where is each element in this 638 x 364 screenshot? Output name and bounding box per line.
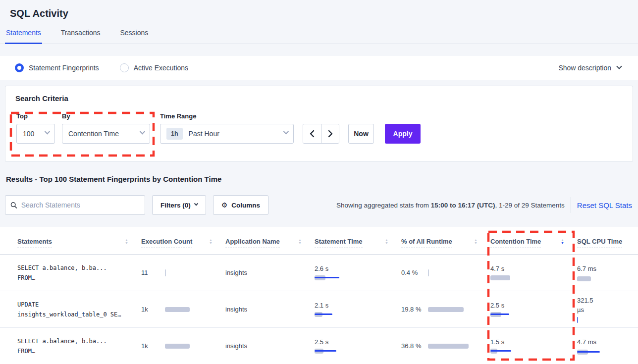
sql-cpu-time-cell: 4.7 ms (572, 337, 638, 355)
top-select[interactable]: 100 (16, 124, 55, 144)
chevron-down-icon (194, 202, 198, 206)
by-select[interactable]: Contention Time (62, 124, 150, 144)
runtime-percent-value: 19.8 % (401, 305, 424, 314)
application-name-value: insights (225, 306, 247, 313)
mode-bar: Statement Fingerprints Active Executions… (0, 56, 638, 80)
chevron-down-icon (283, 129, 289, 134)
chevron-left-icon (310, 130, 315, 138)
by-select-value: Contention Time (68, 130, 119, 138)
sql-cpu-time-value: 321.5 µs (577, 296, 600, 314)
sort-icon[interactable]: ▲▼ (468, 239, 478, 245)
statement-fingerprint-link[interactable]: SELECT a.balance, b.ba... FROM… (0, 336, 136, 356)
execution-count-cell: 1k (136, 306, 220, 313)
column-header-sql-cpu-time[interactable]: SQL CPU Time (572, 227, 638, 254)
execution-count-cell: 1k (136, 342, 220, 350)
contention-time-cell: 4.7 s (485, 265, 572, 281)
time-window-text: 15:00 to 16:17 (UTC) (431, 202, 495, 209)
sort-icon[interactable]: ▲▼ (555, 239, 564, 245)
table-row[interactable]: SELECT a.balance, b.ba... FROM… 1k insig… (0, 328, 638, 364)
time-range-badge: 1h (166, 128, 183, 140)
reset-sql-stats-link[interactable]: Reset SQL Stats (577, 201, 633, 209)
statement-time-cell: 2.5 s (310, 338, 396, 354)
columns-label: Columns (231, 202, 260, 209)
application-name-cell: insights (220, 342, 310, 350)
top-select-value: 100 (23, 130, 34, 138)
contention-time-cell: 1.5 s (485, 338, 572, 354)
search-statements-input[interactable] (21, 201, 140, 209)
contention-time-cell: 2.5 s (485, 302, 572, 317)
showing-stats-text: Showing aggregated stats from 15:00 to 1… (336, 202, 565, 209)
search-icon (10, 202, 17, 209)
metric-bar (428, 343, 469, 349)
metric-bar (577, 276, 591, 282)
column-header-execution-count[interactable]: Execution Count ▲▼ (136, 227, 220, 254)
filters-label: Filters (0) (160, 202, 191, 209)
metric-bar (315, 312, 332, 317)
metric-bar (490, 348, 511, 354)
statement-fingerprint-link[interactable]: UPDATE insights_workload_table_0 SE… (0, 300, 136, 319)
statement-fingerprint-link[interactable]: SELECT a.balance, b.ba... FROM… (0, 263, 136, 283)
metric-bar (490, 275, 510, 281)
execution-count-value: 1k (141, 342, 161, 350)
statement-text-line2: insights_workload_table_0 SE… (17, 310, 128, 319)
table-row[interactable]: SELECT a.balance, b.ba... FROM… 11 insig… (0, 255, 638, 291)
time-range-select[interactable]: 1h Past Hour (160, 124, 294, 144)
columns-button[interactable]: ⚙ Columns (213, 195, 268, 215)
top-label: Top (16, 112, 55, 120)
sql-cpu-time-cell: 6.7 ms (572, 264, 638, 282)
application-name-cell: insights (220, 269, 310, 276)
search-criteria-title: Search Criteria (15, 94, 623, 103)
column-header--of-all-runtime[interactable]: % of All Runtime ▲▼ (396, 227, 485, 254)
sort-icon[interactable]: ▲▼ (379, 239, 388, 245)
results-toolbar: Filters (0) ⚙ Columns Showing aggregated… (5, 195, 633, 215)
statement-text-line2: FROM… (17, 346, 128, 356)
execution-count-cell: 11 (136, 269, 220, 276)
runtime-percent-cell: 0.4 % (396, 268, 485, 277)
chevron-down-icon (45, 129, 50, 134)
by-label: By (62, 112, 150, 120)
apply-button[interactable]: Apply (385, 124, 421, 144)
statement-text-line1: SELECT a.balance, b.ba... (17, 263, 128, 273)
chevron-down-icon (140, 129, 145, 134)
statement-time-value: 2.1 s (315, 302, 388, 309)
tab-statements[interactable]: Statements (5, 23, 42, 44)
application-name-cell: insights (220, 306, 310, 313)
metric-bar (490, 312, 509, 317)
radio-option-statement-fingerprints[interactable]: Statement Fingerprints (15, 63, 99, 72)
metric-bar (165, 343, 190, 349)
execution-count-value: 11 (141, 269, 161, 276)
tab-transactions[interactable]: Transactions (60, 23, 102, 44)
tab-sessions[interactable]: Sessions (119, 23, 149, 44)
now-button[interactable]: Now (348, 124, 374, 144)
application-name-value: insights (225, 269, 247, 276)
previous-time-button[interactable] (303, 124, 321, 143)
statement-time-value: 2.5 s (315, 338, 388, 346)
radio-icon[interactable] (15, 63, 24, 72)
statement-time-value: 2.6 s (315, 265, 388, 272)
radio-option-active-executions[interactable]: Active Executions (120, 63, 189, 72)
radio-icon[interactable] (120, 63, 129, 72)
metric-bar (315, 348, 336, 354)
search-statements-box[interactable] (5, 195, 145, 215)
time-range-value: Past Hour (189, 130, 219, 138)
contention-time-value: 1.5 s (490, 338, 564, 346)
metric-bar (428, 270, 429, 276)
filters-button[interactable]: Filters (0) (152, 195, 206, 215)
column-header-statements[interactable]: Statements ▲▼ (0, 227, 136, 254)
radio-label: Statement Fingerprints (29, 64, 99, 72)
runtime-percent-cell: 19.8 % (396, 305, 485, 314)
column-header-statement-time[interactable]: Statement Time ▲▼ (310, 227, 396, 254)
column-header-application-name[interactable]: Application Name ▲▼ (220, 227, 310, 254)
page-title: SQL Activity (10, 8, 628, 19)
table-row[interactable]: UPDATE insights_workload_table_0 SE… 1k … (0, 291, 638, 328)
contention-time-value: 4.7 s (490, 265, 564, 272)
sql-cpu-time-value: 6.7 ms (577, 264, 600, 273)
next-time-button[interactable] (321, 124, 339, 143)
sort-icon[interactable]: ▲▼ (119, 239, 128, 245)
show-description-toggle[interactable]: Show description (558, 64, 621, 72)
time-step-control (303, 124, 339, 144)
sort-icon[interactable]: ▲▼ (203, 239, 213, 245)
column-header-contention-time[interactable]: Contention Time ▲▼ (485, 227, 572, 254)
gear-icon: ⚙ (221, 201, 228, 209)
sort-icon[interactable]: ▲▼ (292, 239, 302, 245)
